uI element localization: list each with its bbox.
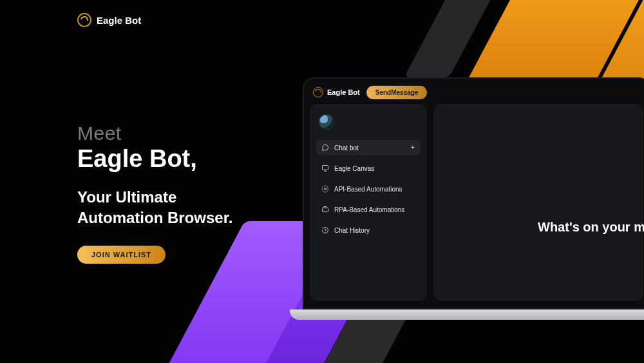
hero: Meet Eagle Bot, Your Ultimate Automation… (77, 123, 232, 264)
laptop-mockup: Eagle Bot SendMessage Chat bot (303, 77, 644, 320)
hero-kicker: Meet (77, 123, 232, 144)
sidebar-item-eagle-canvas[interactable]: Eagle Canvas (316, 161, 421, 176)
svg-rect-2 (323, 208, 328, 212)
sidebar-item-label: Eagle Canvas (334, 165, 374, 172)
canvas-icon (321, 164, 329, 172)
app-brand-name: Eagle Bot (327, 88, 360, 96)
app-sidebar: Chat bot Eagle Canvas API-Based Aut (310, 104, 426, 300)
app-header: Eagle Bot SendMessage (310, 85, 643, 104)
rpa-icon (321, 206, 329, 213)
history-icon (321, 226, 329, 234)
join-waitlist-button[interactable]: JOIN WAITLIST (77, 246, 166, 264)
plus-icon[interactable] (409, 144, 417, 152)
gear-icon (321, 185, 329, 193)
hero-subtitle-line: Automation Browser. (77, 209, 232, 226)
chat-icon (321, 144, 329, 152)
avatar-wrap (316, 112, 421, 135)
sidebar-item-rpa-automations[interactable]: RPA-Based Automations (316, 202, 421, 217)
sidebar-item-label: Chat History (334, 227, 370, 234)
hero-title: Eagle Bot, (77, 146, 232, 173)
app-logo[interactable]: Eagle Bot (313, 87, 360, 97)
sidebar-item-label: Chat bot (334, 144, 359, 152)
eagle-logo-icon (313, 87, 323, 97)
laptop-base (290, 309, 644, 320)
main-heading: What's on your m (538, 220, 644, 235)
eagle-logo-icon (77, 13, 91, 27)
svg-point-1 (325, 188, 327, 190)
brand-name: Eagle Bot (97, 15, 141, 26)
send-message-button[interactable]: SendMessage (366, 86, 428, 99)
site-logo[interactable]: Eagle Bot (77, 13, 141, 27)
sidebar-item-label: API-Based Automations (334, 186, 402, 193)
sidebar-item-chat-history[interactable]: Chat History (316, 222, 421, 238)
sidebar-item-api-automations[interactable]: API-Based Automations (316, 181, 421, 197)
user-avatar[interactable] (319, 114, 334, 130)
svg-rect-0 (323, 166, 328, 170)
hero-subtitle-line: Your Ultimate (77, 188, 176, 206)
sidebar-item-chat-bot[interactable]: Chat bot (316, 140, 421, 155)
hero-subtitle: Your Ultimate Automation Browser. (77, 187, 232, 229)
sidebar-item-label: RPA-Based Automations (334, 206, 404, 213)
laptop-screen: Eagle Bot SendMessage Chat bot (303, 77, 644, 309)
app-main: What's on your m (434, 104, 643, 300)
